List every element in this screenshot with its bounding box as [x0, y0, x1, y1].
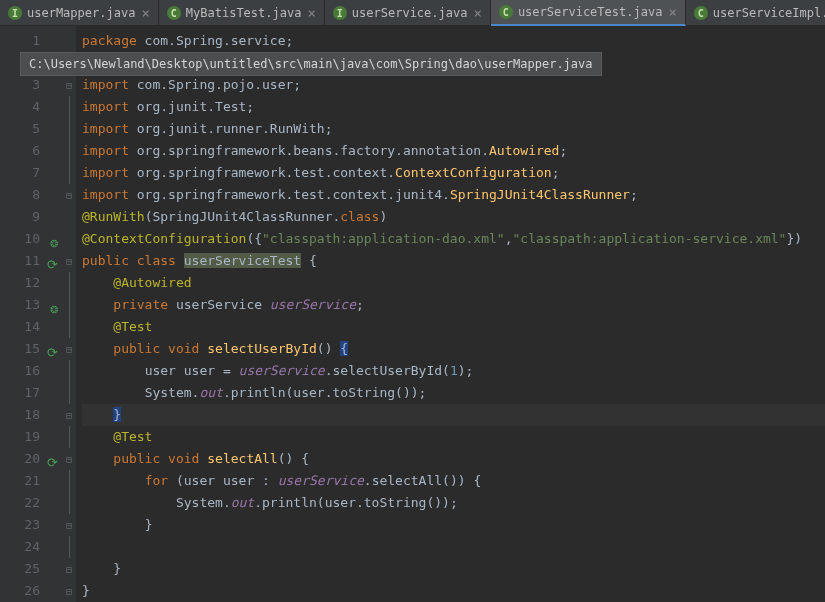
line-number: 15⟳: [0, 338, 62, 360]
code-line: import com.Spring.pojo.user;: [82, 74, 825, 96]
code-line: import org.junit.Test;: [82, 96, 825, 118]
close-icon[interactable]: ×: [307, 5, 315, 21]
class-icon: C: [499, 5, 513, 19]
path-tooltip: C:\Users\Newland\Desktop\untitled\src\ma…: [20, 52, 602, 76]
line-number: 1: [0, 30, 62, 52]
bean-icon[interactable]: ❂: [46, 232, 58, 244]
line-number: 12: [0, 272, 62, 294]
code-line: package com.Spring.service;: [82, 30, 825, 52]
fold-toggle[interactable]: ⊟: [62, 184, 76, 206]
code-line: public void selectUserById() {: [82, 338, 825, 360]
fold-toggle[interactable]: ⊟: [62, 448, 76, 470]
fold-toggle[interactable]: ⊟: [62, 580, 76, 602]
code-line-current: }: [82, 404, 825, 426]
tab-label: userServiceImpl.java: [713, 6, 825, 20]
code-line: import org.springframework.beans.factory…: [82, 140, 825, 162]
tab-userservice[interactable]: I userService.java ×: [325, 0, 491, 26]
code-line: System.out.println(user.toString());: [82, 492, 825, 514]
line-number: 19: [0, 426, 62, 448]
class-icon: C: [167, 6, 181, 20]
code-line: import org.springframework.test.context.…: [82, 184, 825, 206]
line-number: 26: [0, 580, 62, 602]
code-line: @ContextConfiguration({"classpath:applic…: [82, 228, 825, 250]
close-icon[interactable]: ×: [473, 5, 481, 21]
line-number: 4: [0, 96, 62, 118]
line-number: 10❂: [0, 228, 62, 250]
line-number: 17: [0, 382, 62, 404]
fold-toggle[interactable]: ⊟: [62, 404, 76, 426]
run-icon[interactable]: ⟳: [46, 342, 58, 354]
close-icon[interactable]: ×: [668, 4, 676, 20]
line-number: 25: [0, 558, 62, 580]
editor-tabs: I userMapper.java × C MyBatisTest.java ×…: [0, 0, 825, 26]
line-number: 16: [0, 360, 62, 382]
code-line: import org.junit.runner.RunWith;: [82, 118, 825, 140]
fold-toggle[interactable]: ⊟: [62, 514, 76, 536]
fold-toggle[interactable]: ⊟: [62, 338, 76, 360]
line-number: 6: [0, 140, 62, 162]
code-line: @Test: [82, 426, 825, 448]
tab-label: MyBatisTest.java: [186, 6, 302, 20]
run-icon[interactable]: ⟳: [46, 452, 58, 464]
line-number: 21: [0, 470, 62, 492]
tab-userservicetest[interactable]: C userServiceTest.java ×: [491, 0, 686, 26]
fold-toggle[interactable]: [62, 30, 76, 52]
interface-icon: I: [333, 6, 347, 20]
line-number: 24: [0, 536, 62, 558]
code-line: private userService userService;: [82, 294, 825, 316]
line-number: 3: [0, 74, 62, 96]
code-line: public class userServiceTest {: [82, 250, 825, 272]
line-number: 8: [0, 184, 62, 206]
code-line: user user = userService.selectUserById(1…: [82, 360, 825, 382]
line-number: 5: [0, 118, 62, 140]
fold-toggle[interactable]: ⊟: [62, 250, 76, 272]
class-icon: C: [694, 6, 708, 20]
code-line: for (user user : userService.selectAll()…: [82, 470, 825, 492]
line-number: 7: [0, 162, 62, 184]
line-number: 23: [0, 514, 62, 536]
code-line: [82, 536, 825, 558]
fold-toggle[interactable]: ⊟: [62, 558, 76, 580]
code-line: @Test: [82, 316, 825, 338]
code-editor[interactable]: 1 2 3 4 5 6 7 8 9 10❂ 11⟳ 12 13❂ 14 15⟳ …: [0, 26, 825, 602]
code-line: System.out.println(user.toString());: [82, 382, 825, 404]
line-number: 22: [0, 492, 62, 514]
code-line: import org.springframework.test.context.…: [82, 162, 825, 184]
code-line: public void selectAll() {: [82, 448, 825, 470]
close-icon[interactable]: ×: [141, 5, 149, 21]
code-line: }: [82, 514, 825, 536]
code-area[interactable]: package com.Spring.service; import com.S…: [76, 26, 825, 602]
tab-usermapper[interactable]: I userMapper.java ×: [0, 0, 159, 26]
line-number: 14: [0, 316, 62, 338]
line-number: 18: [0, 404, 62, 426]
fold-column: ⊟ ⊟ ⊟ ⊟ ⊟ ⊟ ⊟ ⊟ ⊟: [62, 26, 76, 602]
code-line: @RunWith(SpringJUnit4ClassRunner.class): [82, 206, 825, 228]
line-number: 20⟳: [0, 448, 62, 470]
line-number: 13❂: [0, 294, 62, 316]
line-number: 11⟳: [0, 250, 62, 272]
interface-icon: I: [8, 6, 22, 20]
code-line: }: [82, 580, 825, 602]
code-line: @Autowired: [82, 272, 825, 294]
tab-mybatistest[interactable]: C MyBatisTest.java ×: [159, 0, 325, 26]
code-line: }: [82, 558, 825, 580]
tab-label: userServiceTest.java: [518, 5, 663, 19]
bean-icon[interactable]: ❂: [46, 298, 58, 310]
tab-label: userService.java: [352, 6, 468, 20]
tab-userserviceimpl[interactable]: C userServiceImpl.java ×: [686, 0, 825, 26]
line-number: 9: [0, 206, 62, 228]
line-gutter: 1 2 3 4 5 6 7 8 9 10❂ 11⟳ 12 13❂ 14 15⟳ …: [0, 26, 62, 602]
run-icon[interactable]: ⟳: [46, 254, 58, 266]
fold-toggle[interactable]: ⊟: [62, 74, 76, 96]
tab-label: userMapper.java: [27, 6, 135, 20]
